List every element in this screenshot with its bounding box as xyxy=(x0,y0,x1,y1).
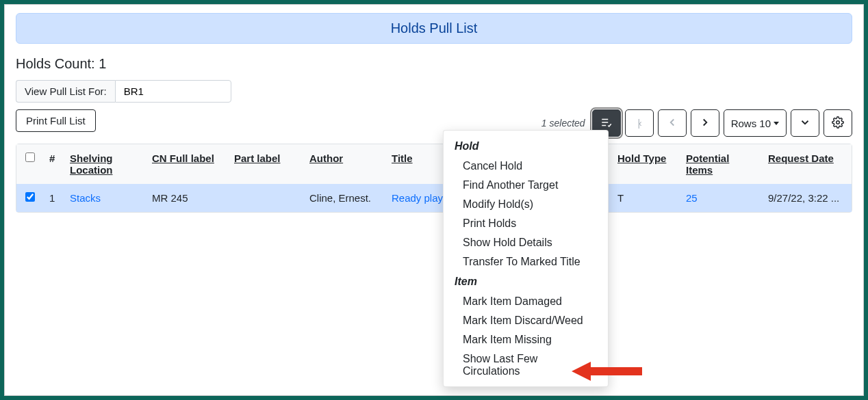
row-cn-full-label: MR 245 xyxy=(146,184,229,212)
print-holds-item[interactable]: Print Holds xyxy=(444,214,608,233)
banner-title: Holds Pull List xyxy=(391,21,478,36)
author-header[interactable]: Author xyxy=(304,144,386,184)
row-author: Cline, Ernest. xyxy=(304,184,386,212)
first-page-icon: |‹ xyxy=(637,118,640,129)
holds-count-label: Holds Count: 1 xyxy=(16,56,852,72)
gear-icon xyxy=(832,116,844,131)
svg-point-3 xyxy=(837,120,840,124)
shelving-location-header[interactable]: Shelving Location xyxy=(64,144,146,184)
select-all-checkbox[interactable] xyxy=(25,152,35,162)
row-shelving-location[interactable]: Stacks xyxy=(64,184,146,212)
potential-items-header[interactable]: Potential Items xyxy=(680,144,763,184)
next-page-button[interactable] xyxy=(691,109,719,137)
table-header-row: # Shelving Location CN Full label Part l… xyxy=(16,144,852,184)
row-potential-items[interactable]: 25 xyxy=(680,184,763,212)
dropdown-item-heading: Item xyxy=(444,271,608,292)
page-banner: Holds Pull List xyxy=(16,13,852,44)
chevron-left-icon xyxy=(666,116,678,131)
pull-list-for-label: View Pull List For: xyxy=(16,80,115,103)
transfer-to-marked-title-item[interactable]: Transfer To Marked Title xyxy=(444,252,608,271)
caret-down-icon xyxy=(774,122,779,125)
cn-full-label-header[interactable]: CN Full label xyxy=(146,144,229,184)
expand-button[interactable] xyxy=(791,109,819,137)
print-full-list-button[interactable]: Print Full List xyxy=(16,109,96,132)
cancel-hold-item[interactable]: Cancel Hold xyxy=(444,157,608,176)
row-checkbox[interactable] xyxy=(25,192,35,202)
settings-button[interactable] xyxy=(824,109,852,137)
request-date-header[interactable]: Request Date xyxy=(763,144,852,184)
row-part-label xyxy=(229,184,304,212)
first-page-button[interactable]: |‹ xyxy=(625,109,654,137)
chevron-right-icon xyxy=(699,116,711,131)
table-row[interactable]: 1 Stacks MR 245 Cline, Ernest. Ready pla… xyxy=(16,184,852,212)
selected-count-text: 1 selected xyxy=(541,118,585,129)
dropdown-hold-heading: Hold xyxy=(444,136,608,157)
find-another-target-item[interactable]: Find Another Target xyxy=(444,176,608,195)
prev-page-button[interactable] xyxy=(658,109,687,137)
num-header: # xyxy=(44,144,64,184)
playlist-check-icon xyxy=(600,116,613,131)
select-all-header xyxy=(16,144,44,184)
row-num: 1 xyxy=(44,184,64,212)
modify-hold-item[interactable]: Modify Hold(s) xyxy=(444,195,608,214)
pull-list-for-row: View Pull List For: xyxy=(16,80,852,103)
rows-per-page-button[interactable]: Rows 10 xyxy=(724,109,787,137)
rows-label: Rows 10 xyxy=(731,118,771,129)
hold-type-header[interactable]: Hold Type xyxy=(612,144,680,184)
row-hold-type: T xyxy=(612,184,680,212)
mark-item-missing-item[interactable]: Mark Item Missing xyxy=(444,330,608,349)
part-label-header[interactable]: Part label xyxy=(229,144,304,184)
row-request-date: 9/27/22, 3:22 ... xyxy=(763,184,852,212)
show-hold-details-item[interactable]: Show Hold Details xyxy=(444,233,608,252)
actions-dropdown-menu: Hold Cancel Hold Find Another Target Mod… xyxy=(443,130,609,387)
mark-item-discard-item[interactable]: Mark Item Discard/Weed xyxy=(444,311,608,330)
pull-list-for-input[interactable] xyxy=(115,80,231,103)
show-last-few-circulations-item[interactable]: Show Last Few Circulations xyxy=(444,349,608,381)
chevron-down-icon xyxy=(799,116,811,131)
mark-item-damaged-item[interactable]: Mark Item Damaged xyxy=(444,292,608,311)
holds-table: # Shelving Location CN Full label Part l… xyxy=(16,144,852,212)
